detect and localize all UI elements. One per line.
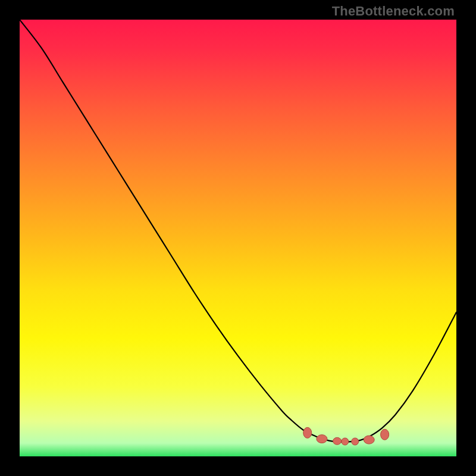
plot-area — [20, 20, 456, 456]
highlight-dot — [364, 436, 374, 444]
watermark-text: TheBottleneck.com — [332, 4, 455, 19]
highlight-dot — [317, 435, 327, 443]
highlight-dot — [381, 429, 389, 440]
highlight-dot — [342, 438, 349, 445]
highlight-dot — [333, 437, 342, 444]
chart-frame: TheBottleneck.com — [0, 0, 476, 476]
highlight-dot — [352, 438, 359, 445]
bottleneck-curve — [20, 20, 456, 442]
chart-svg — [20, 20, 456, 456]
highlight-dot — [303, 427, 312, 438]
